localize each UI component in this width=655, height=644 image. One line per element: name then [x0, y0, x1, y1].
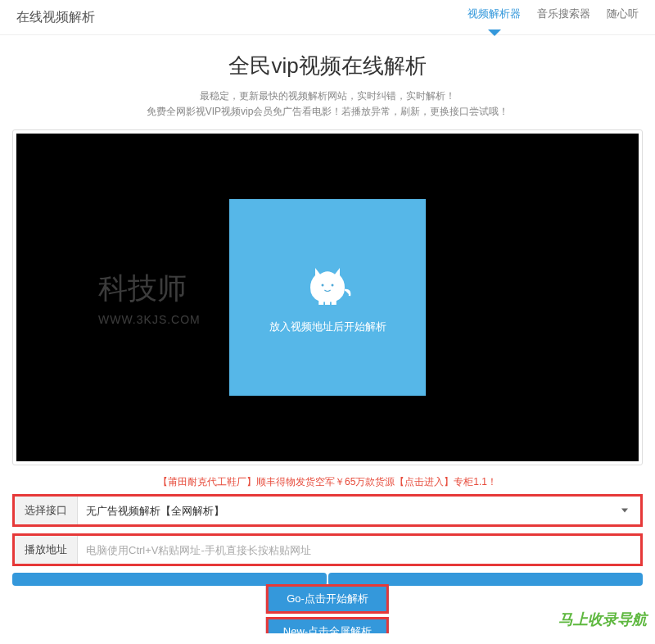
nav-listen[interactable]: 随心听 — [607, 7, 639, 28]
subtitle-line1: 最稳定，更新最快的视频解析网站，实时纠错，实时解析！ — [12, 88, 643, 104]
go-button[interactable]: Go-点击开始解析 — [266, 584, 389, 614]
nav-music-search[interactable]: 音乐搜索器 — [537, 7, 590, 28]
interface-row: 选择接口 无广告视频解析【全网解析】 — [12, 494, 643, 527]
url-input[interactable] — [78, 536, 640, 564]
top-nav: 视频解析器 音乐搜索器 随心听 — [468, 7, 639, 28]
header: 在线视频解析 视频解析器 音乐搜索器 随心听 — [0, 0, 655, 35]
subtitle-line2: 免费全网影视VIP视频vip会员免广告看电影！若播放异常，刷新，更换接口尝试哦！ — [12, 104, 643, 120]
player-placeholder: 放入视频地址后开始解析 — [229, 199, 426, 396]
player-container: 科技师 WWW.3KJS.COM 放入视频地址后开始解析 — [12, 129, 643, 465]
video-player[interactable]: 科技师 WWW.3KJS.COM 放入视频地址后开始解析 — [16, 134, 639, 461]
watermark-big: 科技师 — [98, 269, 201, 309]
page-title: 全民vip视频在线解析 — [12, 52, 643, 80]
main-content: 全民vip视频在线解析 最稳定，更新最快的视频解析网站，实时纠错，实时解析！ 免… — [0, 35, 655, 633]
watermark: 科技师 WWW.3KJS.COM — [98, 269, 201, 326]
button-container: Go-点击开始解析 New-点击全屏解析 — [12, 573, 643, 625]
site-title: 在线视频解析 — [16, 9, 95, 26]
url-row: 播放地址 — [12, 533, 643, 566]
interface-select[interactable]: 无广告视频解析【全网解析】 — [78, 497, 640, 524]
url-label: 播放地址 — [15, 536, 78, 564]
nav-video-parser[interactable]: 视频解析器 — [468, 7, 521, 28]
player-hint: 放入视频地址后开始解析 — [269, 320, 386, 334]
ad-banner[interactable]: 【莆田耐克代工鞋厂】顺丰得物发货空军￥65万款货源【点击进入】专柜1.1！ — [12, 475, 643, 489]
watermark-small: WWW.3KJS.COM — [98, 313, 201, 326]
interface-label: 选择接口 — [15, 497, 78, 524]
new-button[interactable]: New-点击全屏解析 — [266, 617, 389, 633]
page-subtitle: 最稳定，更新最快的视频解析网站，实时纠错，实时解析！ 免费全网影视VIP视频vi… — [12, 88, 643, 120]
svg-point-0 — [322, 284, 324, 287]
cat-icon — [303, 261, 352, 310]
svg-point-1 — [332, 284, 334, 287]
